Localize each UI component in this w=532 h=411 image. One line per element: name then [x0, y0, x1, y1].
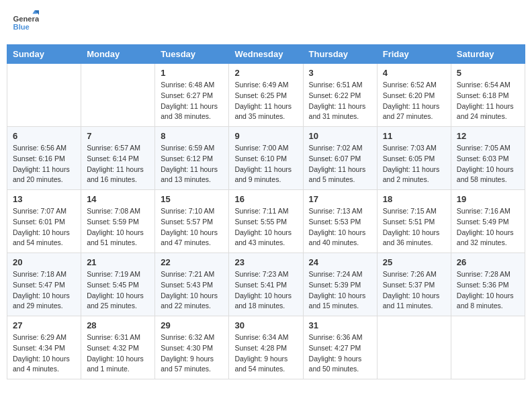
day-number: 29 — [161, 320, 223, 330]
page-header: General Blue — [7, 7, 525, 39]
day-info: Sunrise: 7:21 AMSunset: 5:43 PMDaylight:… — [161, 269, 223, 312]
calendar-cell: 12Sunrise: 7:05 AMSunset: 6:03 PMDayligh… — [451, 127, 525, 190]
day-info: Sunrise: 6:52 AMSunset: 6:20 PMDaylight:… — [383, 80, 445, 122]
day-number: 23 — [234, 257, 297, 267]
day-info: Sunrise: 7:23 AMSunset: 5:41 PMDaylight:… — [234, 269, 297, 312]
svg-text:Blue: Blue — [13, 23, 30, 31]
day-number: 31 — [309, 320, 371, 330]
day-number: 7 — [87, 131, 149, 141]
day-info: Sunrise: 6:32 AMSunset: 4:30 PMDaylight:… — [161, 332, 223, 375]
day-number: 10 — [309, 131, 371, 141]
weekday-header-thursday: Thursday — [303, 45, 377, 64]
svg-text:General: General — [13, 15, 39, 23]
day-info: Sunrise: 6:48 AMSunset: 6:27 PMDaylight:… — [161, 80, 223, 122]
week-row-3: 13Sunrise: 7:07 AMSunset: 6:01 PMDayligh… — [7, 190, 525, 253]
calendar-cell — [377, 316, 451, 379]
day-info: Sunrise: 6:29 AMSunset: 4:34 PMDaylight:… — [13, 332, 75, 375]
day-number: 2 — [234, 68, 297, 78]
day-info: Sunrise: 7:00 AMSunset: 6:10 PMDaylight:… — [234, 143, 297, 185]
day-info: Sunrise: 7:05 AMSunset: 6:03 PMDaylight:… — [457, 143, 519, 185]
day-number: 12 — [457, 131, 519, 141]
calendar-cell: 20Sunrise: 7:18 AMSunset: 5:47 PMDayligh… — [7, 253, 81, 316]
day-number: 26 — [457, 257, 519, 267]
calendar-cell: 30Sunrise: 6:34 AMSunset: 4:28 PMDayligh… — [229, 316, 303, 379]
weekday-header-row: SundayMondayTuesdayWednesdayThursdayFrid… — [7, 45, 525, 64]
day-info: Sunrise: 7:08 AMSunset: 5:59 PMDaylight:… — [87, 206, 149, 248]
day-info: Sunrise: 7:02 AMSunset: 6:07 PMDaylight:… — [309, 143, 371, 185]
calendar-table: SundayMondayTuesdayWednesdayThursdayFrid… — [7, 44, 525, 379]
day-info: Sunrise: 6:49 AMSunset: 6:25 PMDaylight:… — [234, 80, 297, 122]
weekday-header-saturday: Saturday — [451, 45, 525, 64]
logo-icon: General Blue — [12, 9, 39, 36]
calendar-cell: 25Sunrise: 7:26 AMSunset: 5:37 PMDayligh… — [377, 253, 451, 316]
day-number: 22 — [161, 257, 223, 267]
calendar-cell: 1Sunrise: 6:48 AMSunset: 6:27 PMDaylight… — [155, 64, 229, 127]
calendar-cell: 26Sunrise: 7:28 AMSunset: 5:36 PMDayligh… — [451, 253, 525, 316]
week-row-1: 1Sunrise: 6:48 AMSunset: 6:27 PMDaylight… — [7, 64, 525, 127]
calendar-cell: 15Sunrise: 7:10 AMSunset: 5:57 PMDayligh… — [155, 190, 229, 253]
day-info: Sunrise: 6:51 AMSunset: 6:22 PMDaylight:… — [309, 80, 371, 122]
calendar-cell: 17Sunrise: 7:13 AMSunset: 5:53 PMDayligh… — [303, 190, 377, 253]
logo: General Blue — [12, 9, 39, 36]
calendar-cell: 14Sunrise: 7:08 AMSunset: 5:59 PMDayligh… — [81, 190, 155, 253]
weekday-header-monday: Monday — [81, 45, 155, 64]
day-number: 21 — [87, 257, 149, 267]
calendar-cell: 29Sunrise: 6:32 AMSunset: 4:30 PMDayligh… — [155, 316, 229, 379]
calendar-cell: 4Sunrise: 6:52 AMSunset: 6:20 PMDaylight… — [377, 64, 451, 127]
day-number: 4 — [383, 68, 445, 78]
day-info: Sunrise: 7:10 AMSunset: 5:57 PMDaylight:… — [161, 206, 223, 248]
calendar-cell: 24Sunrise: 7:24 AMSunset: 5:39 PMDayligh… — [303, 253, 377, 316]
calendar-cell: 11Sunrise: 7:03 AMSunset: 6:05 PMDayligh… — [377, 127, 451, 190]
calendar-cell: 19Sunrise: 7:16 AMSunset: 5:49 PMDayligh… — [451, 190, 525, 253]
day-number: 17 — [309, 194, 371, 204]
day-info: Sunrise: 7:19 AMSunset: 5:45 PMDaylight:… — [87, 269, 149, 312]
calendar-cell: 6Sunrise: 6:56 AMSunset: 6:16 PMDaylight… — [7, 127, 81, 190]
week-row-5: 27Sunrise: 6:29 AMSunset: 4:34 PMDayligh… — [7, 316, 525, 379]
day-number: 6 — [13, 131, 75, 141]
day-info: Sunrise: 6:56 AMSunset: 6:16 PMDaylight:… — [13, 143, 75, 185]
day-number: 1 — [161, 68, 223, 78]
day-number: 25 — [383, 257, 445, 267]
week-row-2: 6Sunrise: 6:56 AMSunset: 6:16 PMDaylight… — [7, 127, 525, 190]
weekday-header-friday: Friday — [377, 45, 451, 64]
day-number: 8 — [161, 131, 223, 141]
day-info: Sunrise: 6:59 AMSunset: 6:12 PMDaylight:… — [161, 143, 223, 185]
calendar-cell: 3Sunrise: 6:51 AMSunset: 6:22 PMDaylight… — [303, 64, 377, 127]
day-number: 11 — [383, 131, 445, 141]
calendar-cell: 27Sunrise: 6:29 AMSunset: 4:34 PMDayligh… — [7, 316, 81, 379]
day-info: Sunrise: 7:11 AMSunset: 5:55 PMDaylight:… — [234, 206, 297, 248]
calendar-cell: 18Sunrise: 7:15 AMSunset: 5:51 PMDayligh… — [377, 190, 451, 253]
week-row-4: 20Sunrise: 7:18 AMSunset: 5:47 PMDayligh… — [7, 253, 525, 316]
calendar-cell: 28Sunrise: 6:31 AMSunset: 4:32 PMDayligh… — [81, 316, 155, 379]
day-info: Sunrise: 7:26 AMSunset: 5:37 PMDaylight:… — [383, 269, 445, 312]
calendar-cell: 9Sunrise: 7:00 AMSunset: 6:10 PMDaylight… — [229, 127, 303, 190]
day-info: Sunrise: 7:13 AMSunset: 5:53 PMDaylight:… — [309, 206, 371, 248]
day-info: Sunrise: 6:31 AMSunset: 4:32 PMDaylight:… — [87, 332, 149, 375]
day-number: 20 — [13, 257, 75, 267]
calendar-cell: 2Sunrise: 6:49 AMSunset: 6:25 PMDaylight… — [229, 64, 303, 127]
day-number: 18 — [383, 194, 445, 204]
day-number: 3 — [309, 68, 371, 78]
day-number: 14 — [87, 194, 149, 204]
calendar-cell: 10Sunrise: 7:02 AMSunset: 6:07 PMDayligh… — [303, 127, 377, 190]
day-info: Sunrise: 7:16 AMSunset: 5:49 PMDaylight:… — [457, 206, 519, 248]
calendar-cell: 16Sunrise: 7:11 AMSunset: 5:55 PMDayligh… — [229, 190, 303, 253]
day-info: Sunrise: 7:28 AMSunset: 5:36 PMDaylight:… — [457, 269, 519, 312]
day-info: Sunrise: 7:07 AMSunset: 6:01 PMDaylight:… — [13, 206, 75, 248]
day-number: 27 — [13, 320, 75, 330]
day-info: Sunrise: 6:36 AMSunset: 4:27 PMDaylight:… — [309, 332, 371, 375]
day-info: Sunrise: 6:57 AMSunset: 6:14 PMDaylight:… — [87, 143, 149, 185]
calendar-cell: 22Sunrise: 7:21 AMSunset: 5:43 PMDayligh… — [155, 253, 229, 316]
calendar-cell — [451, 316, 525, 379]
day-number: 15 — [161, 194, 223, 204]
calendar-cell — [81, 64, 155, 127]
day-info: Sunrise: 6:34 AMSunset: 4:28 PMDaylight:… — [234, 332, 297, 375]
day-number: 13 — [13, 194, 75, 204]
calendar-cell: 13Sunrise: 7:07 AMSunset: 6:01 PMDayligh… — [7, 190, 81, 253]
day-info: Sunrise: 7:15 AMSunset: 5:51 PMDaylight:… — [383, 206, 445, 248]
calendar-cell: 7Sunrise: 6:57 AMSunset: 6:14 PMDaylight… — [81, 127, 155, 190]
weekday-header-wednesday: Wednesday — [229, 45, 303, 64]
day-number: 5 — [457, 68, 519, 78]
day-info: Sunrise: 7:03 AMSunset: 6:05 PMDaylight:… — [383, 143, 445, 185]
weekday-header-tuesday: Tuesday — [155, 45, 229, 64]
